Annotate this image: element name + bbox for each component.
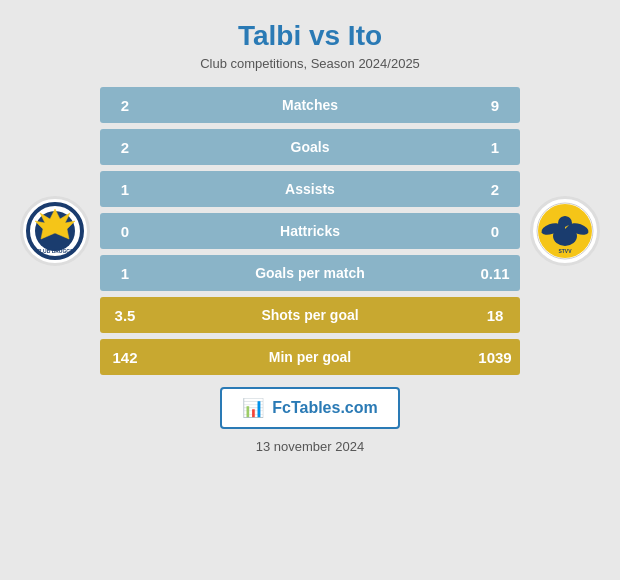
right-team-logo-container: STVV bbox=[520, 196, 610, 266]
stat-label-5: Shots per goal bbox=[150, 297, 470, 333]
brand-text: FcTables.com bbox=[272, 399, 378, 417]
stat-right-3: 0 bbox=[470, 213, 520, 249]
stat-left-2: 1 bbox=[100, 171, 150, 207]
stat-row-5: 3.5Shots per goal18 bbox=[100, 297, 520, 333]
stat-right-4: 0.11 bbox=[470, 255, 520, 291]
stat-left-3: 0 bbox=[100, 213, 150, 249]
stat-right-5: 18 bbox=[470, 297, 520, 333]
brugge-svg: CLUB BRUGGE bbox=[25, 201, 85, 261]
stat-left-4: 1 bbox=[100, 255, 150, 291]
left-team-logo-container: CLUB BRUGGE bbox=[10, 196, 100, 266]
fctables-banner: 📊 FcTables.com bbox=[220, 387, 400, 429]
page-title: Talbi vs Ito bbox=[238, 20, 382, 52]
stat-right-0: 9 bbox=[470, 87, 520, 123]
stat-left-1: 2 bbox=[100, 129, 150, 165]
comparison-area: CLUB BRUGGE 2Matches92Goals11Assists20Ha… bbox=[10, 87, 610, 375]
stat-row-2: 1Assists2 bbox=[100, 171, 520, 207]
stat-right-6: 1039 bbox=[470, 339, 520, 375]
stat-row-4: 1Goals per match0.11 bbox=[100, 255, 520, 291]
stat-label-4: Goals per match bbox=[150, 255, 470, 291]
stat-label-3: Hattricks bbox=[150, 213, 470, 249]
svg-text:CLUB BRUGGE: CLUB BRUGGE bbox=[36, 248, 74, 254]
stat-row-3: 0Hattricks0 bbox=[100, 213, 520, 249]
stat-label-0: Matches bbox=[150, 87, 470, 123]
stats-rows: 2Matches92Goals11Assists20Hattricks01Goa… bbox=[100, 87, 520, 375]
page-subtitle: Club competitions, Season 2024/2025 bbox=[200, 56, 420, 71]
stat-row-1: 2Goals1 bbox=[100, 129, 520, 165]
chart-icon: 📊 bbox=[242, 397, 264, 419]
stat-label-2: Assists bbox=[150, 171, 470, 207]
stat-row-6: 142Min per goal1039 bbox=[100, 339, 520, 375]
svg-text:STVV: STVV bbox=[558, 248, 572, 254]
brugge-logo: CLUB BRUGGE bbox=[20, 196, 90, 266]
stat-left-6: 142 bbox=[100, 339, 150, 375]
stvv-svg: STVV bbox=[535, 201, 595, 261]
stat-left-5: 3.5 bbox=[100, 297, 150, 333]
stat-left-0: 2 bbox=[100, 87, 150, 123]
stat-label-1: Goals bbox=[150, 129, 470, 165]
date-label: 13 november 2024 bbox=[256, 439, 364, 454]
stat-row-0: 2Matches9 bbox=[100, 87, 520, 123]
stat-right-2: 2 bbox=[470, 171, 520, 207]
stat-label-6: Min per goal bbox=[150, 339, 470, 375]
stat-right-1: 1 bbox=[470, 129, 520, 165]
stvv-logo: STVV bbox=[530, 196, 600, 266]
